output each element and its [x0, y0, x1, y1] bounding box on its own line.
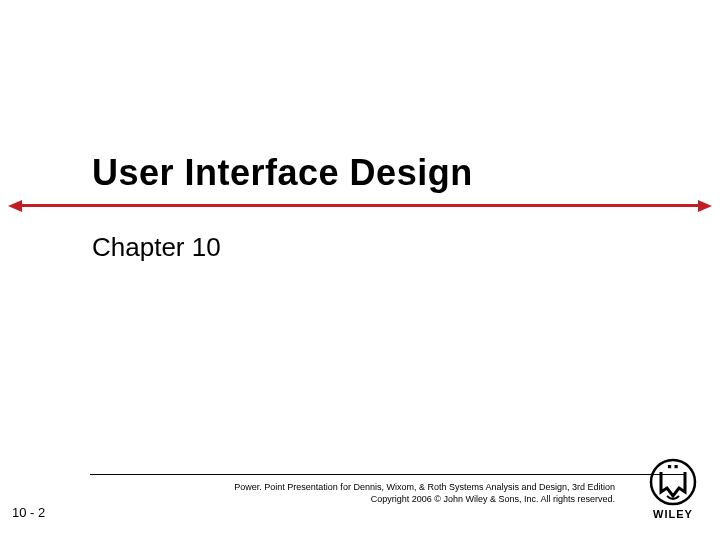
divider-line: [20, 204, 700, 207]
slide-title: User Interface Design: [92, 152, 473, 194]
footer-text: Power. Point Presentation for Dennis, Wi…: [90, 481, 685, 505]
publisher-logo-icon: [649, 458, 697, 506]
slide-subtitle: Chapter 10: [92, 232, 221, 263]
footer-line-2: Copyright 2006 © John Wiley & Sons, Inc.…: [371, 494, 615, 504]
footer-rule: [90, 474, 685, 475]
slide-number: 10 - 2: [12, 505, 45, 520]
footer-line-1: Power. Point Presentation for Dennis, Wi…: [234, 482, 615, 492]
footer: Power. Point Presentation for Dennis, Wi…: [90, 474, 685, 505]
svg-rect-2: [675, 465, 678, 468]
slide: User Interface Design Chapter 10 Power. …: [0, 0, 720, 540]
divider-arrow-right-icon: [698, 200, 712, 212]
svg-rect-1: [668, 465, 671, 468]
publisher-logo-text: WILEY: [644, 508, 702, 520]
publisher-logo: WILEY: [644, 458, 702, 520]
